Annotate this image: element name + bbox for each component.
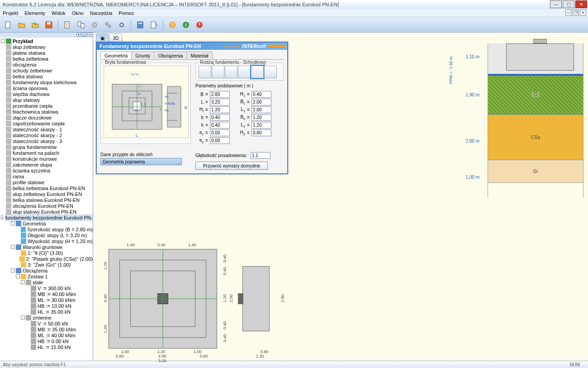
tree-item[interactable]: stateczność skarpy - 3 [0, 138, 93, 144]
tb-quit[interactable] [194, 19, 205, 30]
tab-geometria[interactable]: Geometria [100, 52, 132, 59]
tree-item[interactable]: stateczność skarpy - 2 [0, 132, 93, 138]
tree-item[interactable]: HL := 15.00 kN [0, 344, 93, 350]
tree-item[interactable]: profile stalowe [0, 179, 93, 185]
input-B[interactable] [210, 91, 230, 98]
tree-item[interactable]: ścianka szczelna [0, 167, 93, 173]
menu-widok[interactable]: Widok [52, 10, 66, 16]
tb-calc[interactable] [135, 19, 146, 30]
input-b[interactable] [210, 114, 230, 121]
ftype-3[interactable] [225, 66, 237, 78]
menu-projekt[interactable]: Projekt [3, 10, 18, 16]
tab-obciazenia[interactable]: Obciążenia [154, 52, 187, 59]
tree-item[interactable]: rama [0, 173, 93, 179]
tb-help[interactable]: ? [167, 19, 178, 30]
ftype-4[interactable] [238, 66, 251, 78]
tree-item[interactable]: więźba dachowa [0, 91, 93, 97]
tree-item[interactable]: grupa fundamentów [0, 144, 93, 150]
menu-narzedzia[interactable]: Narzędzia [90, 10, 113, 16]
tree-item[interactable]: Długość stopy (L = 3.20 m) [0, 232, 93, 238]
input-L[interactable] [210, 99, 230, 105]
tree-stale[interactable]: stałe [33, 280, 43, 285]
tree-pin2-icon[interactable]: ◻ [82, 33, 86, 37]
tb-save[interactable] [43, 19, 54, 30]
tree-item[interactable]: MB := 40.00 kNm [0, 291, 93, 297]
menu-pomoc[interactable]: Pomoc [119, 10, 134, 16]
tree-item[interactable]: słup stalowy Eurokod PN-EN [0, 209, 93, 215]
tree-item[interactable]: Szerokość stopy (B = 2.80 m) [0, 226, 93, 232]
input-ey[interactable] [210, 137, 230, 144]
tab-material[interactable]: Materiał [186, 52, 212, 59]
tb-gear2[interactable] [103, 19, 114, 30]
tree-item[interactable]: ściana oporowa [0, 85, 93, 91]
tree-item[interactable]: HB := 10.00 kN [0, 303, 93, 309]
view-3d-button[interactable]: 3D [109, 33, 122, 43]
tb-import[interactable] [30, 19, 41, 30]
tree-item[interactable]: belka żelbetowa Eurokod PN-EN [0, 185, 93, 191]
input-H1[interactable] [251, 91, 271, 98]
tree-item[interactable]: słup żelbetowy [0, 44, 93, 50]
tree-close-icon[interactable]: × [87, 33, 92, 37]
input-Hf[interactable] [210, 106, 230, 113]
tree-item[interactable]: Wysokość stopy (H = 1.20 m) [0, 238, 93, 244]
tree-warunki-gruntowe[interactable]: Warunki gruntowe [23, 244, 62, 250]
tb-open[interactable] [16, 19, 27, 30]
ftype-1[interactable] [199, 66, 211, 78]
mdi-close[interactable]: × [580, 10, 586, 16]
tree-current-element[interactable]: fundamenty bezpośrednie Eurokod PN-EN [5, 215, 93, 220]
tree-item[interactable]: słup stalowy [0, 97, 93, 103]
tree-item[interactable]: zakotwienie słupa [0, 162, 93, 167]
tree-item[interactable]: złącze doczołowe [0, 115, 93, 120]
tree-item[interactable]: HL := 35.00 kN [0, 309, 93, 315]
input-B2[interactable] [251, 114, 271, 121]
tb-new[interactable] [3, 19, 14, 30]
tree-item[interactable]: płatew stalowa [0, 50, 93, 56]
tree-item[interactable]: belka żelbetowa [0, 56, 93, 62]
tree-item[interactable]: obciążenia Eurokod PN-EN [0, 203, 93, 209]
input-H2[interactable] [251, 129, 271, 136]
tb-doc2[interactable] [76, 19, 86, 30]
mdi-restore[interactable]: ❐ [573, 10, 579, 16]
tree-item[interactable]: V := 50.00 kN [0, 320, 93, 326]
ftype-6[interactable] [264, 66, 277, 78]
tree-item[interactable]: obciążenia [0, 62, 93, 67]
tree-item[interactable]: HB := 0.00 kN [0, 338, 93, 344]
input-ex[interactable] [210, 129, 230, 136]
tree-item[interactable]: 1: "Ił (Cl)" (3.00) [0, 250, 93, 256]
ftype-2[interactable] [212, 66, 224, 78]
menu-elementy[interactable]: Elementy [24, 10, 45, 16]
tree-item[interactable]: ML := 40.00 kNm [0, 332, 93, 338]
input-h[interactable] [210, 122, 230, 129]
tree-obciazenia[interactable]: Obciążenia [23, 268, 47, 273]
tree-item[interactable]: schody żelbetowe [0, 67, 93, 73]
input-L1[interactable] [251, 106, 271, 113]
restore-defaults-button[interactable]: Przywróć wymiary domyślne [195, 162, 268, 170]
mdi-minimize[interactable]: — [565, 10, 572, 16]
tree-item[interactable]: stateczność skarpy - 1 [0, 126, 93, 132]
project-tree[interactable]: -Przykład słup żelbetowypłatew stalowabe… [0, 38, 93, 361]
tree-item[interactable]: konstrukcje murowe [0, 156, 93, 162]
maximize-button[interactable]: ▢ [563, 0, 574, 8]
tb-info[interactable]: i [180, 19, 191, 30]
tree-item[interactable]: słup żelbetowy Eurokod PN-EN [0, 191, 93, 197]
tree-root[interactable]: Przykład [13, 38, 33, 44]
tree-item[interactable]: przenikanie ciepła [0, 103, 93, 109]
tb-gear-settings[interactable] [116, 19, 127, 30]
input-depth[interactable] [251, 152, 270, 159]
tree-item[interactable]: zapotrzebowanie ciepła [0, 120, 93, 126]
ftype-5[interactable] [251, 66, 264, 78]
input-L2[interactable] [251, 122, 271, 129]
tree-zestaw[interactable]: Zestaw 1 [28, 274, 48, 279]
tree-zmienne[interactable]: zmienne [33, 315, 52, 320]
view-2d-button[interactable]: ▣ [96, 33, 109, 43]
tree-item[interactable]: blachownica stalowa [0, 109, 93, 115]
tree-geometria[interactable]: Geometria [23, 221, 46, 226]
tree-item[interactable]: 3: "Żwir (Gr)" (1.00) [0, 262, 93, 268]
close-button[interactable]: ✕ [575, 0, 587, 8]
tree-item[interactable]: MB := 35.00 kNm [0, 326, 93, 332]
tree-item[interactable]: belka stalowa [0, 73, 93, 79]
tree-item[interactable]: fundament na palach [0, 150, 93, 156]
tree-item[interactable]: fundamenty stopa kielichowa [0, 79, 93, 85]
tb-report[interactable] [148, 19, 159, 30]
tab-grunty[interactable]: Grunty [131, 52, 154, 59]
